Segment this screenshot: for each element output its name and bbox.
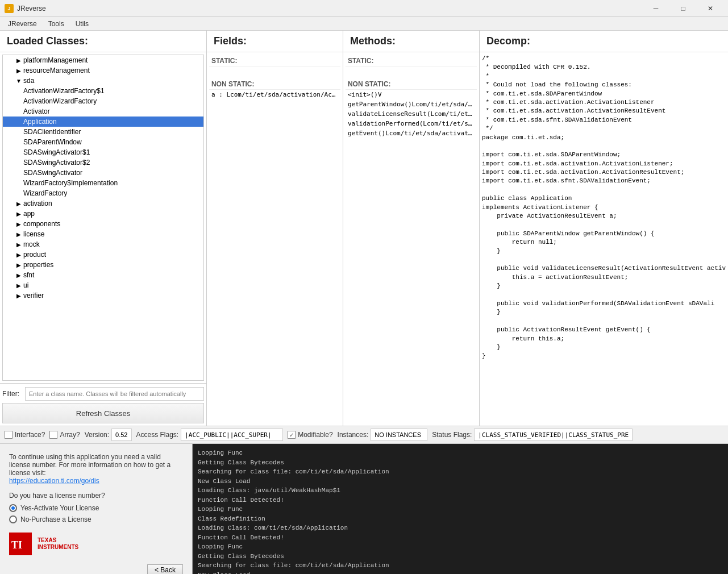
ti-logo-line1: TEXAS [38,537,78,544]
console-output[interactable]: Looping Func Getting Class Bytecodes Sea… [193,444,728,574]
decomp-content[interactable]: /* * Decompiled with CFR 0.152. * * Coul… [480,52,728,426]
status-flags-value: |CLASS_STATUS_VERIFIED||CLASS_STATUS_PRE [474,429,633,441]
tree-item-resourceManagement[interactable]: ▶ resourceManagement [3,65,203,76]
chevron-right-icon: ▶ [14,57,23,64]
modifiable-label: Modifiable? [298,431,332,439]
menu-bar: JReverse Tools Utils [0,17,728,31]
bottom-info-bar: Interface? Array? Version: 0.52 Access F… [0,426,728,443]
loaded-classes-header: Loaded Classes: [0,31,206,52]
svg-text:TI: TI [11,539,22,551]
refresh-classes-button[interactable]: Refresh Classes [2,403,204,423]
decomp-header: Decomp: [480,31,728,52]
method-item-getParentWindow[interactable]: getParentWindow()Lcom/ti/et/sda/SDAParen… [346,99,477,109]
tree-item-components[interactable]: ▶ components [3,219,203,229]
tree-item-activation[interactable]: ▶ activation [3,198,203,209]
chevron-down-icon: ▼ [14,78,23,84]
interface-checkbox[interactable] [5,431,13,439]
tree-item-Application[interactable]: Application [3,117,203,127]
menu-tools[interactable]: Tools [43,17,70,30]
main-container: Loaded Classes: ▶ platformManagement ▶ r… [0,31,728,574]
tree-item-mock[interactable]: ▶ mock [3,239,203,249]
maximize-button[interactable]: □ [670,0,696,17]
tree-item-platformManagement[interactable]: ▶ platformManagement [3,55,203,65]
modifiable-checkbox[interactable] [288,431,296,439]
tree-item-SDAParentWindow[interactable]: SDAParentWindow [3,137,203,147]
tree-item-SDASwingActivator1[interactable]: SDASwingActivator$1 [3,147,203,157]
access-flags-value: |ACC_PUBLIC||ACC_SUPER| [181,429,283,441]
license-panel: To continue using this application you n… [0,444,193,574]
method-item-init[interactable]: <init>()V [346,90,477,99]
chevron-right-icon: ▶ [14,293,23,299]
chevron-right-icon: ▶ [14,242,23,248]
app-title: JReverse [17,5,46,13]
ti-logo: TI TEXAS INSTRUMENTS [9,533,183,555]
chevron-right-icon: ▶ [14,211,23,217]
tree-item-WizardFactory[interactable]: WizardFactory [3,188,203,198]
class-tree[interactable]: ▶ platformManagement ▶ resourceManagemen… [2,55,204,381]
method-item-getEvent[interactable]: getEvent()Lcom/ti/et/sda/activation/Acti… [346,128,477,138]
menu-jreverse[interactable]: JReverse [2,17,43,30]
interface-label: Interface? [15,431,45,439]
tree-item-sfnt[interactable]: ▶ sfnt [3,270,203,280]
chevron-right-icon: ▶ [14,68,23,74]
middle-panels: Fields: STATIC: NON STATIC: a : Lcom/ti/… [207,31,728,426]
tree-item-product[interactable]: ▶ product [3,249,203,260]
filter-input[interactable] [25,387,204,401]
tree-item-ActivationWizardFactory1[interactable]: ActivationWizardFactory$1 [3,86,203,96]
tree-item-ui[interactable]: ▶ ui [3,280,203,290]
decomp-panel: Decomp: /* * Decompiled with CFR 0.152. … [480,31,728,426]
chevron-right-icon: ▶ [14,201,23,207]
methods-nonstatic-label: NON STATIC: [346,78,477,90]
chevron-right-icon: ▶ [14,272,23,278]
methods-content: STATIC: NON STATIC: <init>()V getParentW… [343,52,479,426]
tree-item-sda[interactable]: ▼ sda [3,76,203,86]
tree-item-properties[interactable]: ▶ properties [3,260,203,270]
radio-no-option[interactable]: No-Purchase a License [9,515,183,523]
tree-item-SDAClientIdentifier[interactable]: SDAClientIdentifier [3,127,203,137]
tree-item-ActivationWizardFactory[interactable]: ActivationWizardFactory [3,96,203,106]
status-flags-group: Status Flags: |CLASS_STATUS_VERIFIED||CL… [432,429,633,441]
license-main-text: To continue using this application you n… [9,453,183,477]
minimize-button[interactable]: ─ [643,0,669,17]
chevron-right-icon: ▶ [14,252,23,258]
license-link[interactable]: https://education.ti.com/go/dis [9,477,99,485]
tree-item-license[interactable]: ▶ license [3,229,203,239]
tree-item-SDASwingActivator[interactable]: SDASwingActivator [3,168,203,178]
ti-logo-line2: INSTRUMENTS [38,544,78,551]
methods-static-label: STATIC: [346,55,477,66]
instances-group: Instances: NO INSTANCES [338,429,428,441]
fields-header: Fields: [207,31,343,52]
status-flags-label: Status Flags: [432,431,472,439]
back-button[interactable]: < Back [147,564,183,574]
tree-item-WizardFactoryImpl[interactable]: WizardFactory$Implementation [3,178,203,188]
array-label: Array? [60,431,80,439]
tree-item-app[interactable]: ▶ app [3,209,203,219]
tree-item-verifier[interactable]: ▶ verifier [3,290,203,301]
methods-header: Methods: [343,31,479,52]
radio-yes-label: Yes-Activate Your License [20,504,99,512]
close-button[interactable]: ✕ [697,0,723,17]
method-item-validateLicenseResult[interactable]: validateLicenseResult(Lcom/ti/et/sda/act… [346,109,477,119]
method-item-validationPerformed[interactable]: validationPerformed(Lcom/ti/et/sda/sfnt/… [346,119,477,128]
title-bar: J JReverse ─ □ ✕ [0,0,728,17]
radio-yes-button[interactable] [9,504,17,512]
top-section: Loaded Classes: ▶ platformManagement ▶ r… [0,31,728,426]
fields-panel: Fields: STATIC: NON STATIC: a : Lcom/ti/… [207,31,343,426]
version-label: Version: [85,431,109,439]
menu-utils[interactable]: Utils [70,17,94,30]
fields-content: STATIC: NON STATIC: a : Lcom/ti/et/sda/a… [207,52,343,426]
methods-panel: Methods: STATIC: NON STATIC: <init>()V g… [343,31,480,426]
radio-no-button[interactable] [9,515,17,523]
array-checkbox[interactable] [49,431,57,439]
chevron-right-icon: ▶ [14,221,23,227]
instances-value: NO INSTANCES [371,429,427,441]
radio-yes-option[interactable]: Yes-Activate Your License [9,504,183,512]
instances-label: Instances: [338,431,369,439]
tree-item-SDASwingActivator2[interactable]: SDASwingActivator$2 [3,157,203,168]
title-bar-controls: ─ □ ✕ [643,0,723,17]
field-item[interactable]: a : Lcom/ti/et/sda/activation/Activation… [209,90,340,99]
loaded-classes-panel: Loaded Classes: ▶ platformManagement ▶ r… [0,31,207,426]
tree-item-Activator[interactable]: Activator [3,106,203,117]
access-flags-label: Access Flags: [136,431,179,439]
array-checkbox-group: Array? [49,431,80,439]
